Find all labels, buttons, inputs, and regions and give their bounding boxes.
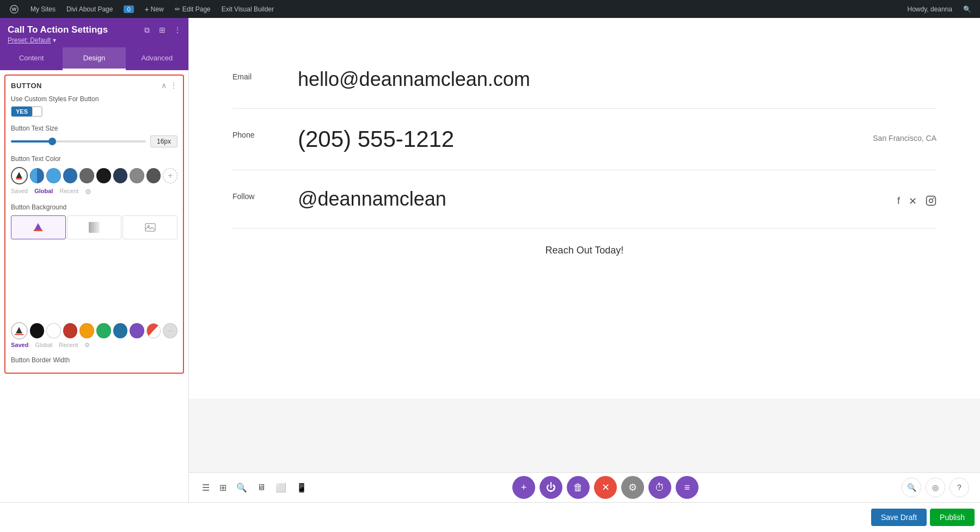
add-module-btn[interactable]: + — [512, 476, 535, 499]
footer-right: Save Draft Publish — [871, 509, 975, 526]
builder-mobile-icon[interactable]: 📱 — [294, 480, 309, 495]
swatch-medium-gray[interactable] — [130, 168, 144, 183]
email-value: hello@deannamclean.com — [298, 68, 936, 91]
swatch-navy[interactable] — [113, 168, 128, 183]
add-color-btn[interactable]: + — [163, 168, 177, 183]
code-btn[interactable]: ≡ — [676, 476, 699, 499]
builder-layers-icon[interactable]: ◎ — [926, 478, 945, 497]
section-more-btn[interactable]: ⋮ — [170, 81, 177, 90]
swatch-blue-split[interactable] — [30, 168, 45, 183]
wp-logo[interactable]: W — [4, 0, 24, 18]
saved-picker-btn[interactable] — [11, 322, 28, 339]
new-menu[interactable]: + New — [140, 0, 168, 18]
toggle-yes-btn[interactable]: YES — [11, 107, 32, 116]
builder-help-icon[interactable]: ? — [950, 478, 969, 497]
saved-white[interactable] — [46, 323, 61, 338]
save-draft-btn[interactable]: Save Draft — [871, 509, 927, 526]
settings-btn[interactable]: ⚙ — [621, 476, 644, 499]
section-collapse-btn[interactable]: ∧ — [161, 81, 167, 90]
page-content: Email hello@deannamclean.com Phone (205)… — [189, 18, 980, 399]
bg-color-option[interactable] — [11, 215, 66, 239]
follow-row: Follow @deannamclean f ✕ — [232, 170, 936, 228]
color-settings-icon[interactable]: ⚙ — [85, 188, 91, 196]
saved-global-tab[interactable]: Global — [35, 342, 52, 349]
close-module-btn[interactable]: ✕ — [594, 476, 617, 499]
saved-red[interactable] — [63, 323, 78, 338]
border-width-label: Button Border Width — [11, 356, 177, 364]
builder-menu-icon[interactable]: ☰ — [200, 480, 212, 495]
saved-tab[interactable]: Saved — [11, 188, 28, 196]
saved-saved-tab[interactable]: Saved — [11, 342, 28, 349]
comments-link[interactable]: 0 — [119, 0, 138, 18]
builder-grid-icon[interactable]: ⊞ — [217, 480, 229, 495]
power-btn[interactable]: ⏻ — [540, 476, 562, 499]
toggle-no-btn[interactable] — [32, 107, 42, 116]
svg-rect-2 — [16, 178, 22, 180]
my-sites-menu[interactable]: My Sites — [26, 0, 60, 18]
phone-label: Phone — [232, 126, 298, 139]
swatch-medium-blue[interactable] — [63, 168, 78, 183]
saved-tabs: Saved Global Recent ⚙ — [11, 342, 177, 352]
social-icons: f ✕ — [855, 188, 936, 209]
email-label: Email — [232, 68, 298, 81]
slider-thumb[interactable] — [48, 138, 56, 145]
howdy-user[interactable]: Howdy, deanna — [903, 0, 957, 18]
saved-recent-tab[interactable]: Recent — [59, 342, 78, 349]
svg-rect-8 — [927, 196, 936, 206]
recent-tab[interactable]: Recent — [59, 188, 78, 196]
footer-action-bar: Save Draft Publish — [0, 502, 980, 532]
swatch-gray[interactable] — [79, 168, 94, 183]
use-custom-label: Use Custom Styles For Button — [11, 95, 177, 103]
svg-rect-5 — [145, 224, 155, 231]
svg-text:W: W — [12, 7, 17, 12]
slider-track[interactable] — [11, 140, 146, 143]
twitter-icon[interactable]: ✕ — [909, 195, 917, 209]
facebook-icon[interactable]: f — [897, 195, 900, 209]
saved-yellow[interactable] — [79, 323, 94, 338]
saved-gear-icon[interactable]: ⚙ — [84, 342, 90, 349]
tab-advanced[interactable]: Advanced — [126, 47, 188, 70]
phone-location: San Francisco, CA — [855, 126, 936, 143]
delete-btn[interactable]: 🗑 — [567, 476, 590, 499]
tab-content[interactable]: Content — [0, 47, 63, 70]
swatch-dark[interactable] — [96, 168, 111, 183]
builder-device-icon[interactable]: 🖥 — [255, 480, 268, 495]
timer-btn[interactable]: ⏱ — [648, 476, 671, 499]
admin-bar-right: Howdy, deanna 🔍 — [903, 0, 976, 18]
custom-styles-toggle: YES — [11, 106, 177, 117]
builder-search-right[interactable]: 🔍 — [902, 478, 921, 497]
saved-dots[interactable]: ··· — [163, 323, 177, 338]
svg-point-10 — [933, 198, 934, 199]
saved-black[interactable] — [30, 323, 45, 338]
builder-search-icon[interactable]: 🔍 — [234, 480, 249, 495]
exit-visual-builder[interactable]: Exit Visual Builder — [217, 0, 279, 18]
panel-columns-icon[interactable]: ⊞ — [157, 24, 168, 35]
bg-image-option[interactable] — [122, 215, 177, 239]
swatch-dark-gray[interactable] — [146, 168, 161, 183]
saved-blue[interactable] — [113, 323, 128, 338]
panel-copy-icon[interactable]: ⧉ — [142, 24, 152, 35]
panel-more-icon[interactable]: ⋮ — [172, 24, 183, 35]
svg-rect-3 — [34, 230, 42, 231]
slider-value[interactable]: 16px — [150, 135, 177, 147]
tab-design[interactable]: Design — [63, 47, 125, 70]
follow-value: @deannamclean — [298, 188, 855, 211]
instagram-icon[interactable] — [926, 195, 936, 209]
global-tab[interactable]: Global — [34, 188, 53, 196]
saved-slash[interactable] — [146, 323, 161, 338]
saved-green[interactable] — [96, 323, 111, 338]
section-controls: ∧ ⋮ — [161, 81, 177, 90]
builder-split-icon[interactable]: ⬜ — [273, 480, 289, 495]
color-picker-btn[interactable] — [11, 167, 28, 184]
bg-gradient-option[interactable] — [67, 215, 122, 239]
button-bg-section: Button Background — [11, 203, 177, 239]
publish-btn[interactable]: Publish — [930, 509, 975, 526]
phone-value: (205) 555-1212 — [298, 126, 855, 152]
search-admin[interactable]: 🔍 — [959, 0, 976, 18]
edit-page-link[interactable]: ✏ Edit Page — [170, 0, 215, 18]
panel-header: Call To Action Settings Preset: Default … — [0, 18, 188, 47]
divi-about-page[interactable]: Divi About Page — [62, 0, 117, 18]
content-area: Email hello@deannamclean.com Phone (205)… — [189, 18, 980, 532]
saved-purple[interactable] — [130, 323, 144, 338]
swatch-light-blue[interactable] — [46, 168, 61, 183]
